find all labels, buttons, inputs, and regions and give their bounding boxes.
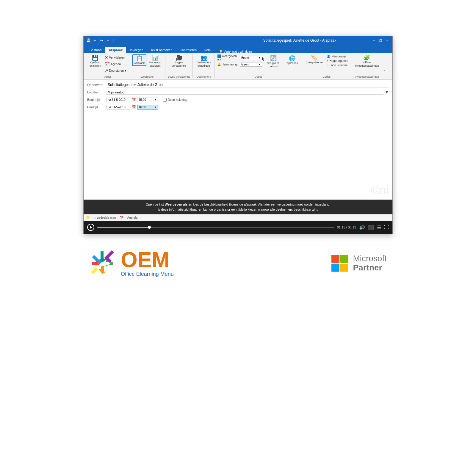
duurt-hele-dag-checkbox[interactable]	[163, 98, 167, 102]
ribbon-group-opties: 🟦 Weergeven als: Bezet ▼	[215, 54, 302, 78]
begintijd-time-select[interactable]: 15:00 ▼	[137, 98, 158, 102]
play-button[interactable]	[87, 224, 94, 231]
agenda-button[interactable]: 📅 Agenda	[104, 61, 127, 67]
afspraak-button[interactable]: 📋 Afspraak	[132, 54, 147, 66]
agenda-icon: 📅	[105, 62, 110, 66]
opties-dropdowns: 🟦 Weergeven als: Bezet ▼	[217, 54, 262, 67]
weergeven-als-dropdown[interactable]: Bezet ▼	[240, 56, 262, 60]
terugkeerpatroon-button[interactable]: 🔄 Terugkeer-patroon	[264, 55, 282, 69]
categoriseren-icon: 🏷️	[311, 55, 317, 60]
doorsturen-button[interactable]: ↗ Doorsturen ▾	[104, 68, 127, 73]
acties-small-btns: ✕ Verwijderen 📅 Agenda ↗ Doorsturen ▾	[104, 54, 127, 73]
svg-marker-5	[91, 267, 98, 274]
verwijderen-button[interactable]: ✕ Verwijderen	[104, 54, 127, 60]
deelnemers-uitnodigen-button[interactable]: 👥 Deelnemersuitnodigen	[195, 54, 212, 68]
ms-green-square	[340, 255, 348, 263]
subtitle-bar: Open de lijst Weergeven als en kies de b…	[84, 200, 392, 214]
outlook-window: 💾 ↩ ↪ ▼ | Sollicitatiegesprek Juliette d…	[84, 36, 392, 221]
planningsassistent-button[interactable]: 📊 Plannings-assistent	[148, 54, 163, 68]
invoeg-icon: 🧩	[364, 55, 370, 60]
eindtijd-label: Eindtijd	[87, 105, 107, 109]
video-container: 💾 ↩ ↪ ▼ | Sollicitatiegesprek Juliette d…	[83, 36, 393, 234]
onderwerp-input[interactable]: Sollicitatiegesprek Juliette de Groot	[107, 82, 389, 87]
opslaan-icon: 💾	[92, 55, 98, 60]
eindtijd-date-input[interactable]: vr 31-5-2019	[107, 105, 130, 109]
ms-text-group: Microsoft Partner	[353, 254, 387, 273]
expand-icon: ⌃	[383, 70, 386, 73]
eindtijd-row: Eindtijd vr 31-5-2019 📅 16:00 ▼	[87, 104, 389, 110]
tijdzones-button[interactable]: 🌐 Tijdzones	[285, 55, 300, 65]
urgentie-buttons: 👤 Persoonlijk ↑ Hoge urgentie ↓ Lage urg…	[326, 54, 349, 67]
redo-qa-icon[interactable]: ↪	[99, 38, 104, 43]
acties-content: 💾 Opslaanen sluiten ✕ Verwijderen 📅 Agen…	[88, 54, 127, 75]
ribbon-group-acties: 💾 Opslaanen sluiten ✕ Verwijderen 📅 Agen…	[86, 54, 130, 78]
office-invoegtoepassingen-button[interactable]: 🧩 Office-invoegtoepassingen	[354, 54, 380, 68]
status-bar: 📁 In gedeelde map 📅 Agenda	[84, 214, 392, 221]
chapters-icon[interactable]: ☰	[377, 225, 381, 230]
ms-flag	[331, 255, 348, 272]
tab-tekst-opmaken[interactable]: Tekst opmaken	[147, 47, 176, 53]
codes-label: Codes	[305, 75, 349, 78]
herinnering-arrow: ▼	[258, 63, 261, 66]
progress-bar[interactable]	[97, 227, 334, 228]
terugkeer-icon: 🔄	[270, 56, 277, 61]
fullscreen-icon[interactable]: ⛶	[384, 225, 389, 230]
hoge-urgentie-button[interactable]: ↑ Hoge urgentie	[326, 59, 349, 63]
persoonlijk-button[interactable]: 👤 Persoonlijk	[326, 54, 349, 58]
eindtijd-time-select[interactable]: 16:00 ▼	[137, 105, 158, 109]
categoriseren-button[interactable]: 🏷️ Categoriseren	[305, 54, 324, 65]
subtitles-icon[interactable]: ⬛	[368, 225, 374, 230]
verwijderen-icon: ✕	[105, 55, 108, 60]
locatie-input[interactable]: Mijn kantoor	[107, 90, 383, 95]
ribbon-tabs: Bestand Afspraak Invoegen Tekst opmaken …	[84, 45, 392, 53]
eindtijd-cal-icon[interactable]: 📅	[131, 105, 136, 109]
deelnemers-label: Deelnemers	[196, 75, 211, 78]
plannings-icon: 📊	[152, 55, 159, 60]
ms-red-square	[331, 255, 339, 263]
doorsturen-icon: ↗	[105, 68, 108, 73]
ms-partner-logo: Microsoft Partner	[331, 254, 387, 273]
volume-icon[interactable]: 🔊	[359, 225, 365, 230]
subtitle-line1: Open de lijst Weergeven als en kies de b…	[145, 203, 330, 206]
begintijd-cal-icon[interactable]: 📅	[131, 98, 136, 102]
tab-afspraak[interactable]: Afspraak	[105, 47, 126, 53]
svg-marker-3	[99, 266, 107, 274]
tab-controleren[interactable]: Controleren	[176, 47, 200, 53]
qa-dropdown-icon[interactable]: ▼	[106, 38, 110, 43]
locatie-dropdown-icon[interactable]: ▼	[385, 90, 389, 95]
title-bar: 💾 ↩ ↪ ▼ | Sollicitatiegesprek Juliette d…	[84, 36, 392, 45]
opslaan-sluiten-button[interactable]: 💾 Opslaanen sluiten	[88, 54, 102, 68]
tab-invoegen[interactable]: Invoegen	[126, 47, 147, 53]
undo-qa-icon[interactable]: ↩	[93, 38, 97, 43]
logos-section: OEM Office Elearning Menu Microsoft Part…	[83, 249, 393, 277]
tijdzones-icon: 🌐	[289, 56, 295, 61]
minimize-button[interactable]: ─	[371, 38, 377, 43]
lage-urgentie-button[interactable]: ↓ Lage urgentie	[326, 63, 349, 67]
ribbon-bar: 💾 Opslaanen sluiten ✕ Verwijderen 📅 Agen…	[84, 53, 392, 80]
eindtijd-time-arrow: ▼	[154, 106, 156, 109]
begintijd-date-input[interactable]: vr 31-5-2019	[107, 98, 130, 102]
acties-label: Acties	[104, 75, 112, 78]
opties-buttons: 🔄 Terugkeer-patroon	[264, 54, 282, 69]
begintijd-time-arrow: ▼	[154, 98, 156, 101]
tell-me[interactable]: 💡 Vertel wat u wilt doen	[219, 50, 252, 53]
tab-help[interactable]: Help	[200, 47, 214, 53]
body-area[interactable]: ©ni	[84, 113, 392, 200]
microsoft-text: Microsoft	[353, 254, 387, 263]
tab-bestand[interactable]: Bestand	[86, 47, 105, 53]
opties-tijdzones: 🌐 Tijdzones	[285, 54, 300, 65]
skype-content: 🎥 Skype-vergadering	[171, 54, 187, 75]
ribbon-expand[interactable]: ⌃	[382, 54, 386, 78]
skype-vergadering-button[interactable]: 🎥 Skype-vergadering	[171, 54, 187, 68]
restore-button[interactable]: ❐	[378, 38, 383, 43]
lage-urgentie-icon: ↓	[327, 64, 328, 67]
close-button[interactable]: ✕	[384, 38, 390, 43]
ribbon-group-deelnemers: 👥 Deelnemersuitnodigen Deelnemers	[193, 54, 215, 78]
time-display: 01:15 / 05:13	[337, 226, 356, 229]
agenda-status-text: Agenda	[127, 216, 137, 219]
herinnering-dropdown[interactable]: Geen ▼	[240, 62, 262, 67]
save-qa-icon[interactable]: 💾	[86, 38, 91, 43]
weergeven-als-arrow: ▼	[258, 57, 261, 59]
agenda-status-icon: 📅	[120, 216, 124, 220]
onderwerp-row: Onderwerp Sollicitatiegesprek Juliette d…	[87, 82, 389, 88]
